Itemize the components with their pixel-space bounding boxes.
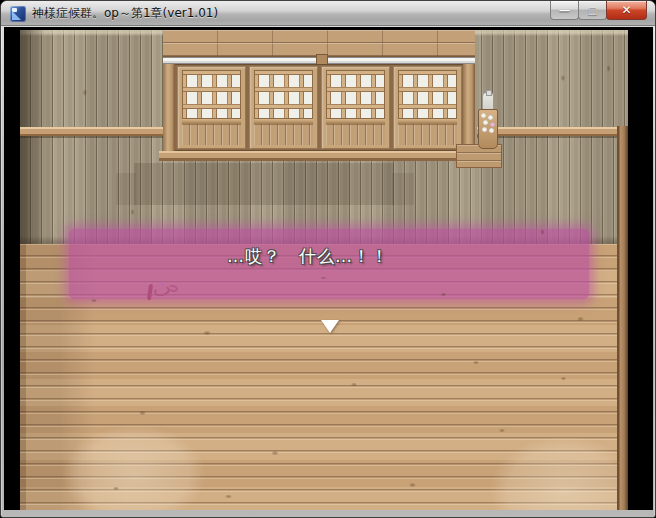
window-shadow-right (392, 173, 414, 205)
shoji-panel (249, 66, 318, 149)
wood-knot (560, 74, 566, 82)
wall-rail-left (20, 127, 163, 138)
window-post-left (163, 64, 175, 151)
shoji-panel (321, 66, 390, 149)
wood-knot (440, 292, 447, 297)
wood-knot (320, 276, 327, 280)
maximize-icon: □ (588, 5, 597, 16)
wood-knot (112, 486, 120, 491)
wood-knot (270, 450, 280, 456)
shoji-grid (398, 70, 457, 119)
wood-knot (138, 410, 147, 416)
app-window: 神様症候群。op～第1章(ver1.01) — □ ✕ (0, 0, 656, 518)
shoji-panel (393, 66, 462, 149)
shoji-grid (182, 70, 241, 119)
shoji-lower-planks (254, 124, 313, 145)
app-icon (10, 6, 26, 22)
window-shadow (134, 163, 394, 205)
close-icon: ✕ (621, 3, 631, 17)
charm-flowers (480, 112, 496, 134)
wood-knot (202, 330, 212, 336)
game-screen[interactable]: …哎？ 什么…！！ (20, 30, 628, 510)
shoji-lower-planks (182, 124, 241, 145)
window-post-right (463, 64, 475, 151)
minimize-icon: — (559, 4, 570, 17)
client-area: …哎？ 什么…！！ (4, 27, 653, 510)
shoji-window (163, 64, 475, 151)
window-lintel (163, 30, 475, 57)
message-text: …哎？ 什么…！！ (227, 245, 389, 268)
minimize-button[interactable]: — (550, 1, 579, 20)
shoji-panel (177, 66, 246, 149)
wood-knot (82, 88, 88, 97)
shoji-grid (254, 70, 313, 119)
wood-knot (540, 228, 545, 236)
window-controls: — □ ✕ (551, 1, 647, 20)
shoji-grid (326, 70, 385, 119)
room-wall (20, 30, 628, 244)
wood-knot (90, 298, 98, 303)
wood-knot (606, 64, 611, 73)
hanging-charm (475, 92, 501, 152)
wood-knot (224, 494, 233, 499)
close-button[interactable]: ✕ (606, 1, 647, 20)
pause-cursor-icon (321, 320, 339, 333)
titlebar[interactable]: 神様症候群。op～第1章(ver1.01) — □ ✕ (1, 1, 655, 26)
wood-knot (472, 360, 480, 365)
window-sill (159, 151, 479, 161)
wood-knot (130, 208, 135, 216)
wood-knot (408, 482, 417, 488)
corner-post (617, 126, 628, 510)
window-title: 神様症候群。op～第1章(ver1.01) (32, 1, 218, 26)
shoji-lower-planks (326, 124, 385, 145)
wood-knot (498, 428, 506, 433)
message-box: …哎？ 什么…！！ (69, 229, 589, 299)
wood-knot (560, 376, 567, 381)
wood-knot (576, 316, 585, 322)
wood-knot (350, 382, 358, 387)
window-shadow-left (116, 173, 136, 205)
shoji-lower-planks (398, 124, 457, 145)
maximize-button[interactable]: □ (578, 1, 607, 20)
